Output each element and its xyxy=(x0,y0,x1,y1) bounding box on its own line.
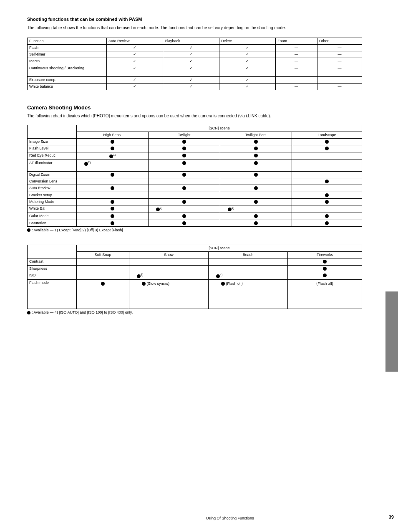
table-cell xyxy=(149,213,220,220)
dot-icon xyxy=(142,282,146,286)
col-item xyxy=(28,125,77,139)
function-table: Function Auto Review Playback Delete Zoo… xyxy=(27,38,362,91)
dot-icon xyxy=(111,200,114,204)
scn-table-1: [SCN] scene High Sens. Twilight Twilight… xyxy=(27,125,362,227)
table-cell xyxy=(77,205,149,213)
table-row: Red Eye Reduc1) xyxy=(28,152,362,160)
table-cell: ✓ xyxy=(219,44,276,51)
dot-icon xyxy=(84,162,88,166)
table-cell xyxy=(149,145,220,152)
dot-icon xyxy=(325,147,329,150)
table-cell: — xyxy=(317,58,362,65)
row-label: Saturation xyxy=(28,220,77,226)
table-cell xyxy=(149,139,220,145)
table-cell xyxy=(220,198,292,205)
table-subheader-row: Soft Snap Snow Beach Fireworks xyxy=(28,252,362,258)
table-header-row: [SCN] scene xyxy=(28,245,362,251)
table-cell xyxy=(77,258,129,265)
sub-col-3: Fireworks xyxy=(288,252,362,258)
table-cell xyxy=(292,171,362,178)
table-cell xyxy=(149,171,220,178)
dot-icon xyxy=(137,274,141,278)
row-label: Macro xyxy=(28,58,107,65)
footnote-text: : Available — 4) [ISO AUTO] and [ISO 100… xyxy=(32,310,133,314)
row-label: ISO xyxy=(28,272,77,279)
table-cell: ✓ xyxy=(107,51,163,58)
sub-col-1: Snow xyxy=(129,252,209,258)
dot-icon xyxy=(254,140,258,144)
table-cell xyxy=(292,185,362,192)
dot-icon xyxy=(156,208,160,211)
row-label: Self-timer xyxy=(28,51,107,58)
row-label: Contrast xyxy=(28,258,77,265)
table-cell xyxy=(77,178,149,185)
table-cell: — xyxy=(317,44,362,51)
table-cell: — xyxy=(317,51,362,58)
table-cell xyxy=(77,139,149,145)
dot-icon xyxy=(254,161,258,165)
row-label: Metering Mode xyxy=(28,198,77,205)
table-cell xyxy=(77,213,149,220)
dot-icon xyxy=(27,311,30,314)
dot-icon xyxy=(182,173,186,177)
row-label: Bracket setup xyxy=(28,192,77,198)
table-row: Flash✓✓✓—— xyxy=(28,44,362,51)
table-cell: ✓ xyxy=(107,83,163,90)
cell-text: (Slow syncro) xyxy=(146,281,169,286)
row-label: Red Eye Reduc xyxy=(28,152,77,160)
dot-icon xyxy=(325,193,329,197)
dot-icon xyxy=(325,221,329,225)
table-cell xyxy=(209,258,288,265)
table-cell: ✓ xyxy=(107,58,163,65)
table-cell xyxy=(77,220,149,226)
table-cell: 4) xyxy=(209,272,288,279)
table-cell xyxy=(77,185,149,192)
table-cell: ✓ xyxy=(107,76,163,83)
dot-icon xyxy=(182,186,186,190)
table-row: Color Mode xyxy=(28,213,362,220)
page-footer: Using Of Shooting Functions 39 xyxy=(0,516,398,520)
dot-icon xyxy=(182,214,186,218)
table-cell: — xyxy=(276,58,317,65)
table-row: White balance✓✓✓—— xyxy=(28,83,362,90)
table-row: Image Size xyxy=(28,139,362,145)
table-cell: ✓ xyxy=(219,65,276,76)
dot-icon xyxy=(325,214,329,218)
row-label: Sharpness xyxy=(28,265,77,272)
table-cell xyxy=(209,265,288,272)
dot-icon xyxy=(254,221,258,225)
table-cell: ✓ xyxy=(163,51,219,58)
superscript: 3) xyxy=(160,206,162,209)
table-cell xyxy=(220,192,292,198)
table-cell xyxy=(292,192,362,198)
table-row: Auto Review xyxy=(28,185,362,192)
dot-icon xyxy=(221,282,225,286)
table-cell: — xyxy=(276,65,317,76)
table-cell: — xyxy=(276,51,317,58)
table-cell xyxy=(292,160,362,171)
superscript: 4) xyxy=(141,273,143,276)
row-label: White Bal xyxy=(28,205,77,213)
table-row: Sharpness xyxy=(28,265,362,272)
table-cell xyxy=(288,272,362,279)
dot-icon xyxy=(182,200,186,204)
col-h1: Auto Review xyxy=(107,38,163,44)
table-cell: ✓ xyxy=(163,58,219,65)
section-subtitle: The following chart indicates which [PHO… xyxy=(27,113,362,119)
group-header: [SCN] scene xyxy=(77,125,362,132)
table-cell xyxy=(77,192,149,198)
table-row: Conversion Lens xyxy=(28,178,362,185)
table-cell xyxy=(149,220,220,226)
table-cell xyxy=(292,205,362,213)
table-cell xyxy=(220,152,292,160)
cell-text: (Flash off) xyxy=(225,281,243,286)
dot-icon xyxy=(182,147,186,150)
row-label: Flash xyxy=(28,44,107,51)
dot-icon xyxy=(27,228,30,232)
dot-icon xyxy=(323,267,327,271)
table-cell xyxy=(77,265,129,272)
table-cell: — xyxy=(317,76,362,83)
table-cell xyxy=(292,198,362,205)
table-cell: ✓ xyxy=(219,76,276,83)
table-row: Bracket setup xyxy=(28,192,362,198)
